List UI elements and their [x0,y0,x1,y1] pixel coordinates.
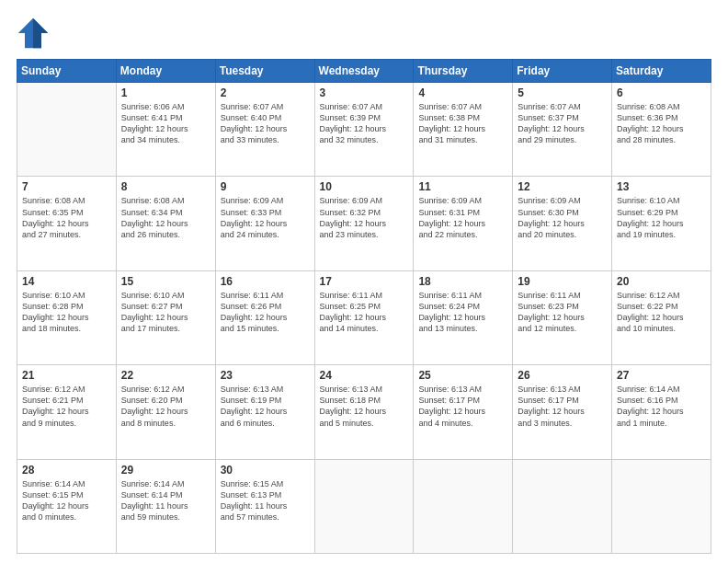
weekday-header-sunday: Sunday [17,60,117,83]
day-info: Sunrise: 6:10 AM Sunset: 6:28 PM Dayligh… [22,290,111,335]
day-number: 7 [22,180,111,193]
day-number: 23 [221,369,310,382]
header [17,17,711,50]
logo-icon [17,17,50,50]
day-info: Sunrise: 6:08 AM Sunset: 6:35 PM Dayligh… [22,195,111,240]
day-number: 18 [418,275,507,288]
day-number: 28 [22,464,111,477]
calendar-day-cell: 26Sunrise: 6:13 AM Sunset: 6:17 PM Dayli… [513,365,612,459]
weekday-header-thursday: Thursday [414,60,513,83]
calendar-day-cell: 6Sunrise: 6:08 AM Sunset: 6:36 PM Daylig… [612,83,711,177]
day-info: Sunrise: 6:13 AM Sunset: 6:17 PM Dayligh… [418,384,507,429]
day-number: 17 [320,275,409,288]
calendar-day-cell: 16Sunrise: 6:11 AM Sunset: 6:26 PM Dayli… [215,270,314,364]
day-info: Sunrise: 6:10 AM Sunset: 6:27 PM Dayligh… [121,290,210,335]
weekday-header-wednesday: Wednesday [314,60,414,83]
day-number: 29 [121,464,210,477]
day-number: 12 [518,180,607,193]
day-info: Sunrise: 6:07 AM Sunset: 6:38 PM Dayligh… [418,101,507,146]
calendar-week-row-2: 7Sunrise: 6:08 AM Sunset: 6:35 PM Daylig… [17,177,711,270]
day-info: Sunrise: 6:13 AM Sunset: 6:19 PM Dayligh… [221,384,310,429]
calendar-day-cell: 14Sunrise: 6:10 AM Sunset: 6:28 PM Dayli… [17,270,117,364]
logo [17,17,55,50]
calendar-day-cell: 20Sunrise: 6:12 AM Sunset: 6:22 PM Dayli… [612,270,711,364]
day-number: 6 [617,86,706,99]
calendar-day-cell: 10Sunrise: 6:09 AM Sunset: 6:32 PM Dayli… [314,177,414,270]
calendar-table: SundayMondayTuesdayWednesdayThursdayFrid… [17,59,711,554]
calendar-day-cell: 7Sunrise: 6:08 AM Sunset: 6:35 PM Daylig… [17,177,117,270]
day-info: Sunrise: 6:11 AM Sunset: 6:24 PM Dayligh… [418,290,507,335]
day-number: 9 [221,180,310,193]
day-info: Sunrise: 6:11 AM Sunset: 6:25 PM Dayligh… [320,290,409,335]
day-info: Sunrise: 6:07 AM Sunset: 6:39 PM Dayligh… [320,101,409,146]
calendar-day-cell: 1Sunrise: 6:06 AM Sunset: 6:41 PM Daylig… [116,83,215,177]
calendar-day-cell: 18Sunrise: 6:11 AM Sunset: 6:24 PM Dayli… [414,270,513,364]
day-number: 25 [418,369,507,382]
calendar-day-cell: 8Sunrise: 6:08 AM Sunset: 6:34 PM Daylig… [116,177,215,270]
day-info: Sunrise: 6:11 AM Sunset: 6:26 PM Dayligh… [221,290,310,335]
day-info: Sunrise: 6:13 AM Sunset: 6:17 PM Dayligh… [518,384,607,429]
day-number: 26 [518,369,607,382]
calendar-day-cell [612,459,711,553]
day-number: 4 [418,86,507,99]
day-info: Sunrise: 6:07 AM Sunset: 6:40 PM Dayligh… [221,101,310,146]
day-info: Sunrise: 6:10 AM Sunset: 6:29 PM Dayligh… [617,195,706,240]
day-number: 21 [22,369,111,382]
day-number: 30 [221,464,310,477]
calendar-day-cell [513,459,612,553]
calendar-day-cell: 5Sunrise: 6:07 AM Sunset: 6:37 PM Daylig… [513,83,612,177]
day-number: 14 [22,275,111,288]
day-number: 2 [221,86,310,99]
calendar-day-cell: 25Sunrise: 6:13 AM Sunset: 6:17 PM Dayli… [414,365,513,459]
day-number: 11 [418,180,507,193]
day-number: 13 [617,180,706,193]
day-number: 15 [121,275,210,288]
calendar-week-row-5: 28Sunrise: 6:14 AM Sunset: 6:15 PM Dayli… [17,459,711,553]
weekday-header-friday: Friday [513,60,612,83]
calendar-day-cell: 23Sunrise: 6:13 AM Sunset: 6:19 PM Dayli… [215,365,314,459]
page: SundayMondayTuesdayWednesdayThursdayFrid… [0,0,728,563]
calendar-day-cell: 21Sunrise: 6:12 AM Sunset: 6:21 PM Dayli… [17,365,117,459]
calendar-day-cell: 13Sunrise: 6:10 AM Sunset: 6:29 PM Dayli… [612,177,711,270]
day-info: Sunrise: 6:14 AM Sunset: 6:15 PM Dayligh… [22,478,111,523]
day-number: 19 [518,275,607,288]
day-number: 3 [320,86,409,99]
calendar-day-cell: 4Sunrise: 6:07 AM Sunset: 6:38 PM Daylig… [414,83,513,177]
calendar-day-cell: 2Sunrise: 6:07 AM Sunset: 6:40 PM Daylig… [215,83,314,177]
day-number: 24 [320,369,409,382]
calendar-day-cell: 9Sunrise: 6:09 AM Sunset: 6:33 PM Daylig… [215,177,314,270]
day-info: Sunrise: 6:06 AM Sunset: 6:41 PM Dayligh… [121,101,210,146]
calendar-day-cell: 28Sunrise: 6:14 AM Sunset: 6:15 PM Dayli… [17,459,117,553]
calendar-day-cell: 17Sunrise: 6:11 AM Sunset: 6:25 PM Dayli… [314,270,414,364]
day-info: Sunrise: 6:09 AM Sunset: 6:31 PM Dayligh… [418,195,507,240]
day-number: 8 [121,180,210,193]
day-info: Sunrise: 6:09 AM Sunset: 6:33 PM Dayligh… [221,195,310,240]
weekday-header-monday: Monday [116,60,215,83]
day-number: 1 [121,86,210,99]
day-number: 27 [617,369,706,382]
calendar-day-cell: 11Sunrise: 6:09 AM Sunset: 6:31 PM Dayli… [414,177,513,270]
day-info: Sunrise: 6:11 AM Sunset: 6:23 PM Dayligh… [518,290,607,335]
calendar-week-row-3: 14Sunrise: 6:10 AM Sunset: 6:28 PM Dayli… [17,270,711,364]
day-info: Sunrise: 6:14 AM Sunset: 6:14 PM Dayligh… [121,478,210,523]
day-number: 16 [221,275,310,288]
calendar-day-cell [314,459,414,553]
day-number: 10 [320,180,409,193]
day-info: Sunrise: 6:09 AM Sunset: 6:30 PM Dayligh… [518,195,607,240]
day-info: Sunrise: 6:08 AM Sunset: 6:36 PM Dayligh… [617,101,706,146]
svg-marker-1 [33,18,48,48]
calendar-week-row-1: 1Sunrise: 6:06 AM Sunset: 6:41 PM Daylig… [17,83,711,177]
day-info: Sunrise: 6:12 AM Sunset: 6:20 PM Dayligh… [121,384,210,429]
calendar-week-row-4: 21Sunrise: 6:12 AM Sunset: 6:21 PM Dayli… [17,365,711,459]
calendar-header-row: SundayMondayTuesdayWednesdayThursdayFrid… [17,60,711,83]
calendar-day-cell: 22Sunrise: 6:12 AM Sunset: 6:20 PM Dayli… [116,365,215,459]
calendar-day-cell: 3Sunrise: 6:07 AM Sunset: 6:39 PM Daylig… [314,83,414,177]
day-info: Sunrise: 6:12 AM Sunset: 6:22 PM Dayligh… [617,290,706,335]
calendar-day-cell: 29Sunrise: 6:14 AM Sunset: 6:14 PM Dayli… [116,459,215,553]
day-info: Sunrise: 6:07 AM Sunset: 6:37 PM Dayligh… [518,101,607,146]
calendar-day-cell: 12Sunrise: 6:09 AM Sunset: 6:30 PM Dayli… [513,177,612,270]
weekday-header-tuesday: Tuesday [215,60,314,83]
calendar-day-cell [414,459,513,553]
day-info: Sunrise: 6:15 AM Sunset: 6:13 PM Dayligh… [221,478,310,523]
calendar-day-cell: 24Sunrise: 6:13 AM Sunset: 6:18 PM Dayli… [314,365,414,459]
